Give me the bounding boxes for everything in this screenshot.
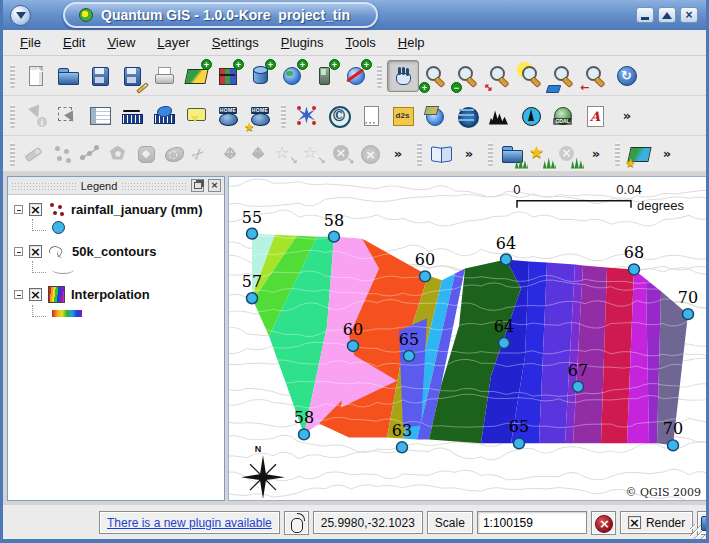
- north-arrow-plugin-button[interactable]: [515, 100, 547, 132]
- georeferencer-button[interactable]: [419, 100, 451, 132]
- maximize-button[interactable]: [658, 7, 676, 23]
- new-grass-mapset-button[interactable]: [526, 140, 554, 168]
- show-bookmarks-button[interactable]: [244, 100, 276, 132]
- add-wfs-layer-button[interactable]: [340, 60, 372, 92]
- new-plugin-link[interactable]: There is a new plugin available: [107, 516, 272, 530]
- tree-expander[interactable]: [14, 247, 23, 256]
- menu-help[interactable]: Help: [387, 32, 436, 53]
- help-contents-icon: [429, 142, 453, 166]
- render-checkbox[interactable]: [628, 516, 641, 529]
- add-delimited-text-button[interactable]: [355, 100, 387, 132]
- map-canvas[interactable]: 00.04degreesN555860646870576065646758636…: [228, 176, 706, 501]
- move-feature-button: [216, 140, 244, 168]
- minimize-button[interactable]: [636, 7, 654, 23]
- open-project-button[interactable]: [52, 60, 84, 92]
- zoom-to-selection-button[interactable]: [515, 60, 547, 92]
- stop-render-icon: [592, 512, 614, 534]
- toolbar-handle[interactable]: [281, 104, 286, 128]
- stop-render-button[interactable]: [591, 511, 616, 535]
- zoom-full-extent-button[interactable]: [483, 60, 515, 92]
- add-gps-layer-button[interactable]: [308, 60, 340, 92]
- scale-input[interactable]: [477, 511, 587, 534]
- map-tips-icon: [184, 104, 208, 128]
- tree-expander[interactable]: [14, 205, 23, 214]
- digitize-overflow-button[interactable]: [384, 140, 412, 168]
- menu-layer[interactable]: Layer: [146, 32, 201, 53]
- layer-visibility-checkbox[interactable]: [29, 245, 42, 258]
- graticule-creator-button[interactable]: [451, 100, 483, 132]
- crs-status-icon: [699, 512, 709, 534]
- zoom-to-layer-button[interactable]: [547, 60, 579, 92]
- layer-visibility-checkbox[interactable]: [29, 203, 42, 216]
- help-contents-button[interactable]: [427, 140, 455, 168]
- zoom-last-button[interactable]: [579, 60, 611, 92]
- legend-grip[interactable]: [11, 182, 77, 190]
- layer-name[interactable]: 50k_contours: [72, 244, 157, 259]
- menu-file[interactable]: File: [9, 32, 52, 53]
- legend-grip[interactable]: [121, 182, 187, 190]
- grass-overflow-icon: [584, 142, 608, 166]
- layer-name[interactable]: rainfall_january (mm): [71, 202, 203, 217]
- gdal-tools-button[interactable]: [547, 100, 579, 132]
- help-overflow-button[interactable]: [455, 140, 483, 168]
- add-wms-layer-button[interactable]: [276, 60, 308, 92]
- toolbar-handle[interactable]: [488, 142, 493, 166]
- window-menu-button[interactable]: [10, 5, 31, 26]
- layer-visibility-checkbox[interactable]: [29, 288, 42, 301]
- toolbar-handle[interactable]: [10, 104, 15, 128]
- add-postgis-layer-button[interactable]: [244, 60, 276, 92]
- toolbar-handle[interactable]: [417, 142, 422, 166]
- menu-edit[interactable]: Edit: [52, 32, 96, 53]
- menu-tools[interactable]: Tools: [334, 32, 386, 53]
- new-bookmark-icon: [216, 104, 240, 128]
- toolbar-handle[interactable]: [377, 64, 382, 88]
- toolbar-handle[interactable]: [10, 64, 15, 88]
- add-vector-layer-button[interactable]: [180, 60, 212, 92]
- toolbar-handle[interactable]: [615, 142, 620, 166]
- zoom-out-button[interactable]: [451, 60, 483, 92]
- new-vector-layer-button[interactable]: [625, 140, 653, 168]
- plugin-installer-button[interactable]: [291, 100, 323, 132]
- scale-bar-units-label: degrees: [637, 198, 684, 213]
- capture-polygon-button: [104, 140, 132, 168]
- legend-close-button[interactable]: ×: [208, 179, 221, 192]
- layer-overflow-button[interactable]: [653, 140, 681, 168]
- new-bookmark-button[interactable]: [212, 100, 244, 132]
- raster-histogram-button[interactable]: [483, 100, 515, 132]
- save-project-as-button[interactable]: [116, 60, 148, 92]
- layer-name[interactable]: Interpolation: [71, 287, 150, 302]
- circle-symbol: [52, 221, 65, 234]
- map-tips-button[interactable]: [180, 100, 212, 132]
- refresh-map-button[interactable]: [611, 60, 643, 92]
- grass-overflow-button[interactable]: [582, 140, 610, 168]
- menu-view[interactable]: View: [96, 32, 146, 53]
- print-composer-button[interactable]: [148, 60, 180, 92]
- tree-expander[interactable]: [14, 290, 23, 299]
- menu-settings[interactable]: Settings: [201, 32, 270, 53]
- toggle-editing-button: [20, 140, 48, 168]
- close-button[interactable]: ×: [680, 7, 698, 23]
- measure-line-button[interactable]: [116, 100, 148, 132]
- dxf2shp-converter-button[interactable]: [387, 100, 419, 132]
- legend-layer-row: Interpolation: [8, 283, 224, 304]
- toolbar-handle[interactable]: [10, 142, 15, 166]
- open-attribute-table-button[interactable]: [84, 100, 116, 132]
- pan-map-button[interactable]: [387, 60, 419, 92]
- save-project-button[interactable]: [84, 60, 116, 92]
- toolbar-overflow-button[interactable]: [611, 100, 643, 132]
- measure-area-button[interactable]: [148, 100, 180, 132]
- menu-plugins[interactable]: Plugins: [270, 32, 335, 53]
- quick-print-button[interactable]: [579, 100, 611, 132]
- open-grass-mapset-button[interactable]: [498, 140, 526, 168]
- mouse-position-toggle-button[interactable]: [284, 511, 309, 535]
- new-project-button[interactable]: [20, 60, 52, 92]
- add-raster-layer-button[interactable]: [212, 60, 244, 92]
- open-grass-mapset-icon: [500, 142, 524, 166]
- legend-float-button[interactable]: [191, 179, 204, 192]
- select-features-button[interactable]: [52, 100, 84, 132]
- identify-features-icon: [24, 104, 48, 128]
- crs-status-button[interactable]: [697, 511, 709, 535]
- dxf2shp-converter-icon: [391, 104, 415, 128]
- zoom-in-button[interactable]: [419, 60, 451, 92]
- copyright-label-button[interactable]: [323, 100, 355, 132]
